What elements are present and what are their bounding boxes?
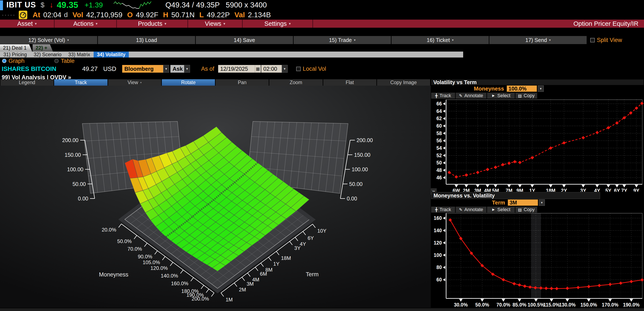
surface-tool-copy-image[interactable]: Copy Image [377, 79, 430, 86]
x-tick-arrow [530, 185, 534, 187]
z-axis-tick-label: 100.00 [352, 166, 368, 172]
fn-button-12-solver-vol[interactable]: 12) Solver (Vol)▾ [0, 36, 97, 44]
data-point-marker [634, 106, 638, 110]
term-tick-label: 10Y [317, 228, 326, 234]
gauge-icon[interactable] [18, 10, 28, 19]
term-tick-label: 1Y [273, 261, 279, 267]
surface-tool-track[interactable]: Track [54, 79, 107, 86]
fn-button-17-send[interactable]: 17) Send▾ [490, 36, 587, 44]
x-tick-arrow [534, 299, 538, 302]
smile-annotate-button[interactable]: ✎Annotate [456, 207, 486, 213]
surface-tool-legend[interactable]: Legend [0, 79, 54, 86]
vol-vs-term-chart[interactable]: 46485052545658606264666W2M3M4M5M7M9M1Y18… [431, 99, 644, 192]
local-vol-checkbox[interactable] [296, 67, 301, 71]
x-tick-label: 3M [474, 188, 481, 192]
moneyness-tick-label: 20.0% [102, 227, 116, 233]
fn-button-label: 12) Solver (Vol) [28, 37, 65, 43]
y-tick-label: 62 [436, 116, 442, 121]
x-tick-arrow [455, 185, 458, 187]
annotate-icon: ✎ [459, 93, 462, 98]
vol-term-copy-button[interactable]: ▤Copy [516, 93, 537, 99]
menu-item-views[interactable]: Views▾ [188, 19, 243, 28]
moneyness-tick-label: 50.0% [117, 238, 132, 244]
surface-tool-zoom[interactable]: Zoom [269, 79, 322, 86]
open-value: 49.92F [136, 11, 158, 19]
surface-tool-pan[interactable]: Pan [216, 79, 269, 86]
vol-term-track-button[interactable]: ╋Track [431, 93, 455, 99]
view-tab-34-volatility[interactable]: 34) Volatility [94, 51, 129, 57]
low-label: L [200, 11, 204, 19]
y-tick-arrow [443, 110, 445, 113]
split-view-checkbox[interactable] [590, 38, 595, 42]
surface-tool-rotate[interactable]: Rotate [162, 79, 215, 86]
deal-tab-22[interactable]: 22) + [33, 44, 53, 51]
volatility-surface-3d[interactable]: 0.0050.00100.00150.00200.000.0050.00100.… [0, 86, 431, 308]
x-tick-label: 100.5% [528, 302, 544, 308]
vol-term-annotate-button[interactable]: ✎Annotate [456, 93, 486, 99]
x-tick-arrow [596, 185, 599, 187]
time-dropdown-icon[interactable]: ▼ [282, 65, 288, 73]
menu-item-label: Views [205, 20, 221, 27]
x-tick-arrow [550, 299, 553, 302]
price-sparkline [113, 0, 153, 9]
fn-button-16-ticket[interactable]: 16) Ticket▾ [392, 36, 489, 44]
series-line [450, 220, 642, 289]
high-value: 50.71N [171, 11, 195, 19]
data-point-marker [640, 278, 644, 282]
view-tab-33-matrix[interactable]: 33) Matrix [65, 51, 94, 57]
vol-term-select-button[interactable]: ►Select [487, 93, 515, 99]
y-tick-arrow [443, 154, 445, 157]
sparkline-segment [139, 1, 151, 8]
term-tick-label: 1M [226, 297, 233, 303]
smile-select-button[interactable]: ►Select [487, 207, 515, 213]
moneyness-select[interactable]: 100.0% [507, 85, 537, 92]
smile-copy-button[interactable]: ▤Copy [516, 207, 537, 213]
term-tick-label: 2M [239, 287, 246, 293]
surface-tool-label: Zoom [290, 80, 302, 85]
surface-tool-flat[interactable]: Flat [323, 79, 376, 86]
deal-tab-21-deal-1[interactable]: 21) Deal 1 [0, 44, 32, 51]
view-tab-32-scenario[interactable]: 32) Scenario [30, 51, 65, 57]
fn-button-13-load[interactable]: 13) Load [98, 36, 195, 44]
surface-tool-view[interactable]: View▾ [108, 79, 161, 86]
view-tab-31-pricing[interactable]: 31) Pricing [0, 51, 30, 57]
x-tick-arrow [566, 299, 569, 302]
vol-source-dropdown-icon[interactable]: ▼ [163, 65, 169, 73]
data-point-marker [513, 160, 516, 163]
as-of-label: As of [201, 66, 214, 72]
menu-item-products[interactable]: Products▾ [117, 19, 188, 28]
data-point-marker [502, 278, 505, 281]
fn-button-14-save[interactable]: 14) Save [196, 36, 293, 44]
high-label: H [163, 11, 168, 19]
side-dropdown-icon[interactable]: ▼ [184, 65, 190, 73]
moneyness-dropdown-icon[interactable]: ▼ [538, 85, 544, 92]
y-tick-label: 56 [436, 138, 442, 143]
vol-source-select[interactable]: Bloomberg [122, 65, 163, 73]
x-tick-label: 6W [453, 188, 460, 192]
term-tick-label: 8M [266, 267, 272, 273]
x-tick-arrow [518, 299, 521, 302]
x-tick-label: 50.0% [475, 302, 489, 308]
data-point-marker [465, 173, 468, 177]
data-point-marker [582, 136, 585, 140]
graph-radio[interactable] [2, 59, 6, 63]
term-dropdown-icon[interactable]: ▼ [539, 199, 545, 206]
menu-item-settings[interactable]: Settings▾ [243, 19, 313, 28]
table-radio[interactable] [54, 59, 59, 63]
x-tick-label: 2Y [561, 188, 567, 192]
z-axis-tick-label: 150.00 [354, 152, 370, 158]
menubar-items: Asset▾Actions▾Products▾Views▾Settings▾ [0, 19, 313, 28]
menu-item-actions[interactable]: Actions▾ [54, 19, 117, 28]
chevron-down-icon: ▾ [96, 21, 98, 26]
as-of-time-field[interactable]: 02:00 [261, 65, 282, 73]
moneyness-vs-volatility-chart[interactable]: 608010012014016030.0%50.0%70.0%85.0%100.… [431, 213, 644, 308]
moneyness-vs-vol-title: Moneyness vs. Volatility [431, 192, 600, 199]
y-tick-arrow [443, 132, 445, 135]
term-select[interactable]: 3M [508, 199, 538, 206]
fn-button-15-trade[interactable]: 15) Trade▾ [294, 36, 391, 44]
smile-track-button[interactable]: ╋Track [431, 207, 455, 213]
calendar-icon[interactable]: ▦ [255, 65, 261, 73]
menu-item-asset[interactable]: Asset▾ [0, 19, 54, 28]
side-select[interactable]: Ask [170, 65, 184, 73]
as-of-date-field[interactable]: 12/19/2025 [218, 65, 255, 73]
